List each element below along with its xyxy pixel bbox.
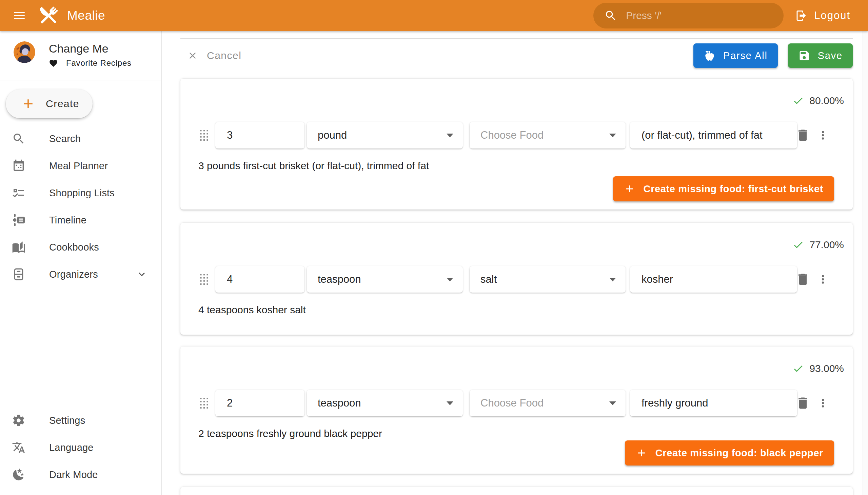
sidebar-item-cookbooks[interactable]: Cookbooks [0,234,161,261]
menu-icon[interactable] [12,8,27,23]
confidence-indicator: 93.00% [793,363,844,374]
food-select[interactable]: Choose Food [470,390,626,416]
create-missing-food-button[interactable]: Create missing food: first-cut brisket [613,176,834,201]
confidence-value: 80.00% [809,95,844,106]
trash-icon [796,272,810,287]
note-input[interactable] [630,266,797,293]
drag-handle-icon[interactable] [200,130,208,141]
avatar[interactable] [14,41,35,63]
ingredient-card: 80.00% pound Choose Food [181,79,853,209]
dropdown-caret-icon [609,278,616,281]
quantity-input[interactable] [215,266,305,293]
sidebar-item-label: Language [49,442,93,453]
plus-icon [624,183,635,194]
sidebar-item-organizers[interactable]: Organizers [0,261,161,288]
ingredient-menu-button[interactable] [816,129,829,142]
unit-value: teaspoon [318,397,361,409]
parse-all-button[interactable]: Parse All [693,44,778,68]
unit-select[interactable]: teaspoon [307,390,463,416]
kebab-icon [816,397,829,410]
note-input[interactable] [630,390,797,416]
sidebar-item-timeline[interactable]: Timeline [0,206,161,234]
sidebar-item-shopping-lists[interactable]: Shopping Lists [0,180,161,206]
food-select[interactable]: Choose Food [470,122,626,149]
confidence-value: 77.00% [809,239,844,251]
sidebar-item-meal-planner[interactable]: Meal Planner [0,152,161,180]
ingredient-menu-button[interactable] [816,397,829,410]
ingredient-fields-row: teaspoon Choose Food [181,390,853,416]
dropdown-caret-icon [446,402,453,405]
check-icon [793,363,804,374]
list-checks-icon [12,186,25,200]
apple-icon [703,50,716,62]
original-ingredient-text: 3 pounds first-cut brisket (or flat-cut)… [198,160,429,172]
save-button[interactable]: Save [788,44,853,68]
original-ingredient-text: 4 teaspoons kosher salt [198,304,306,315]
search-placeholder: Press '/' [626,10,662,21]
content-top-divider [181,38,853,39]
drag-handle-icon[interactable] [200,398,208,409]
sidebar-divider [0,80,161,80]
logout-button[interactable]: Logout [795,10,850,22]
delete-ingredient-button[interactable] [796,272,810,287]
ingredient-card: 93.00% teaspoon Choose Food [181,346,853,474]
sidebar-item-label: Search [49,133,81,144]
kebab-icon [816,273,829,286]
ingredient-menu-button[interactable] [816,273,829,286]
chevron-down-icon[interactable] [136,268,148,280]
create-label: Create [46,98,79,109]
save-label: Save [818,50,843,62]
unit-select[interactable]: pound [307,122,463,149]
check-icon [793,239,804,251]
parse-all-label: Parse All [723,50,768,62]
note-input[interactable] [630,122,797,149]
user-block: Change Me Favorite Recipes [14,41,151,68]
sidebar-item-settings[interactable]: Settings [0,407,161,434]
sidebar-item-label: Settings [49,415,85,426]
favorite-recipes-link[interactable]: Favorite Recipes [49,58,132,68]
create-missing-food-label: Create missing food: black pepper [656,447,823,459]
ingredient-fields-row: teaspoon salt [181,266,853,293]
sidebar-item-dark-mode[interactable]: Dark Mode [0,461,161,488]
scrollbar[interactable] [863,31,868,495]
calendar-icon [12,159,25,173]
dropdown-caret-icon [609,134,616,137]
create-button[interactable]: Create [6,89,92,118]
unit-value: pound [318,129,347,141]
cancel-label: Cancel [207,50,241,62]
app-root: Mealie Press '/' Logout [0,0,868,495]
unit-select[interactable]: teaspoon [307,266,463,293]
drag-handle-icon[interactable] [200,274,208,285]
search-input[interactable]: Press '/' [593,3,784,29]
sidebar-bottom-nav: Settings Language Dark Mode [0,407,161,488]
cancel-button[interactable]: Cancel [187,50,241,62]
logout-icon [795,10,807,22]
save-icon [798,50,810,62]
create-missing-food-button[interactable]: Create missing food: black pepper [625,440,834,465]
sidebar-item-label: Organizers [49,269,98,280]
heart-icon [49,59,58,68]
kebab-icon [816,129,829,142]
translate-icon [12,441,25,454]
app-bar: Mealie Press '/' Logout [0,0,868,31]
food-select[interactable]: salt [470,266,626,293]
timeline-icon [12,213,25,227]
delete-ingredient-button[interactable] [796,396,810,411]
trash-icon [796,128,810,143]
quantity-input[interactable] [215,390,305,416]
sidebar-item-language[interactable]: Language [0,434,161,461]
delete-ingredient-button[interactable] [796,128,810,143]
confidence-indicator: 77.00% [793,239,844,251]
main-content: Cancel Parse All Save 80.00% [162,31,868,495]
ingredient-card: 77.00% teaspoon salt [181,223,853,335]
ingredient-card-partial [181,487,853,495]
food-value: salt [480,273,497,286]
sidebar-item-search[interactable]: Search [0,125,161,152]
food-placeholder: Choose Food [480,129,544,141]
user-name: Change Me [49,41,132,56]
plus-icon [636,447,647,459]
quantity-input[interactable] [215,122,305,149]
parser-toolbar: Cancel Parse All Save [181,44,853,68]
food-placeholder: Choose Food [480,397,544,409]
silverware-logo-icon[interactable] [37,4,60,27]
